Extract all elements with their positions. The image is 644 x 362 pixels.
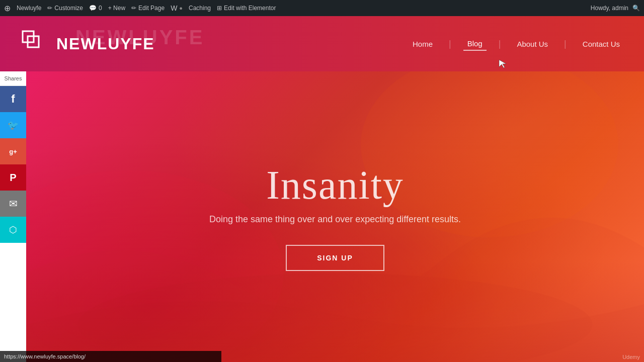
site-name-link[interactable]: Newluyfe bbox=[17, 5, 41, 12]
facebook-share-button[interactable]: f bbox=[0, 86, 26, 112]
nav-about-us[interactable]: About Us bbox=[513, 38, 552, 50]
wp-icon-2: W bbox=[171, 4, 177, 12]
new-content-link[interactable]: + New bbox=[108, 5, 125, 12]
googleplus-icon: g+ bbox=[9, 148, 17, 155]
svg-point-2 bbox=[26, 170, 284, 362]
main-content: Shares f 🐦 g+ P ✉ ⬡ bbox=[0, 71, 644, 362]
edit-page-link[interactable]: ✏ Edit Page bbox=[131, 5, 165, 12]
social-sidebar: Shares f 🐦 g+ P ✉ ⬡ bbox=[0, 71, 26, 362]
udemy-label: Udemy bbox=[622, 354, 640, 360]
caching-link[interactable]: Caching bbox=[189, 5, 211, 12]
cursor bbox=[498, 59, 508, 69]
site-logo-text: NEWLUYFE bbox=[56, 35, 155, 53]
email-icon: ✉ bbox=[9, 198, 18, 210]
comments-link[interactable]: 💬 0 bbox=[89, 5, 102, 12]
udemy-watermark: Udemy bbox=[622, 354, 640, 360]
svg-point-3 bbox=[361, 71, 618, 237]
site-name-label: Newluyfe bbox=[17, 5, 41, 12]
elementor-icon: ⊞ bbox=[217, 5, 222, 12]
shares-label: Shares bbox=[0, 71, 26, 86]
status-bar: https://www.newluyfe.space/blog/ bbox=[0, 351, 221, 362]
search-icon: 🔍 bbox=[632, 5, 640, 12]
pinterest-share-button[interactable]: P bbox=[0, 164, 26, 191]
customize-label: Customize bbox=[54, 5, 83, 12]
comments-icon: 💬 bbox=[89, 5, 97, 12]
caching-label: Caching bbox=[189, 5, 211, 12]
edit-icon: ✏ bbox=[131, 5, 136, 12]
comments-count: 0 bbox=[99, 5, 102, 12]
new-label: + New bbox=[108, 5, 125, 12]
nav-contact-us[interactable]: Contact Us bbox=[579, 38, 624, 50]
svg-point-4 bbox=[77, 274, 592, 362]
signup-button[interactable]: SIGN UP bbox=[286, 245, 384, 271]
hero-section: Insanity Doing the same thing over and o… bbox=[26, 71, 644, 362]
facebook-icon: f bbox=[11, 93, 15, 106]
nav-blog[interactable]: Blog bbox=[463, 37, 487, 51]
hero-subtitle: Doing the same thing over and over expec… bbox=[209, 214, 461, 225]
logo-icon bbox=[20, 29, 50, 59]
site-header: NEWLUYFE NEWLUYFE Home | Blog | About Us… bbox=[0, 16, 644, 71]
elementor-link[interactable]: ⊞ Edit with Elementor bbox=[217, 5, 276, 12]
search-icon-admin[interactable]: 🔍 bbox=[632, 5, 640, 12]
admin-bar: ⊕ Newluyfe ✏ Customize 💬 0 + New ✏ Edit … bbox=[0, 0, 644, 16]
elementor-label: Edit with Elementor bbox=[224, 5, 276, 12]
customize-link[interactable]: ✏ Customize bbox=[47, 5, 83, 12]
nav-sep-2: | bbox=[499, 39, 501, 49]
nav-sep-3: | bbox=[564, 39, 567, 49]
howdy-link[interactable]: Howdy, admin bbox=[591, 5, 628, 12]
status-url: https://www.newluyfe.space/blog/ bbox=[4, 353, 86, 359]
bookmark-share-button[interactable]: ⬡ bbox=[0, 217, 26, 243]
customize-icon: ✏ bbox=[47, 5, 52, 12]
email-share-button[interactable]: ✉ bbox=[0, 191, 26, 217]
logo-area[interactable]: NEWLUYFE bbox=[20, 29, 409, 59]
admin-bar-right: Howdy, admin 🔍 bbox=[591, 5, 640, 12]
wp-second-icon[interactable]: W ● bbox=[171, 4, 183, 12]
wp-logo-icon[interactable]: ⊕ bbox=[4, 4, 11, 13]
bookmark-icon: ⬡ bbox=[9, 224, 17, 235]
nav-home[interactable]: Home bbox=[409, 38, 437, 50]
twitter-icon: 🐦 bbox=[8, 120, 19, 131]
nav-sep-1: | bbox=[449, 39, 451, 49]
hero-title: Insanity bbox=[266, 162, 404, 208]
main-nav: Home | Blog | About Us | Contact Us bbox=[409, 37, 624, 51]
googleplus-share-button[interactable]: g+ bbox=[0, 138, 26, 164]
howdy-label: Howdy, admin bbox=[591, 5, 628, 12]
wordpress-icon: ⊕ bbox=[4, 4, 11, 13]
pinterest-icon: P bbox=[10, 172, 16, 184]
twitter-share-button[interactable]: 🐦 bbox=[0, 112, 26, 138]
edit-page-label: Edit Page bbox=[138, 5, 165, 12]
